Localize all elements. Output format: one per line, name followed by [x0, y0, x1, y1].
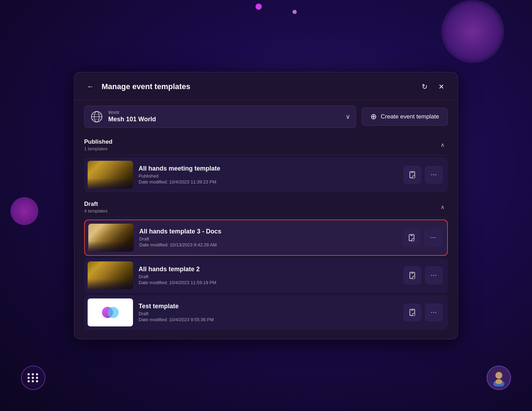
thumbnail-image-arch: [88, 224, 134, 252]
ellipsis-icon: ···: [431, 272, 437, 279]
refresh-icon: ↻: [422, 82, 428, 91]
template-thumbnail: [88, 224, 134, 252]
draft-section-header: Draft 4 templates ∧: [84, 196, 448, 217]
world-label: World: [108, 110, 341, 115]
chevron-down-icon: ∨: [346, 113, 350, 121]
draft-section-title: Draft: [84, 201, 108, 208]
template-date: Date modified: 10/4/2023 11:39:23 PM: [139, 179, 398, 185]
template-row[interactable]: All hands meeting template Published Dat…: [84, 157, 448, 192]
template-thumbnail: [88, 161, 133, 189]
toolbar-row: World Mesh 101 World ∨ ⊕ Create event te…: [74, 100, 458, 134]
template-info: Test template Draft Date modified: 10/4/…: [139, 303, 398, 322]
draft-collapse-button[interactable]: ∧: [437, 202, 448, 212]
template-status: Published: [139, 173, 398, 179]
template-info: All hands template 2 Draft Date modified…: [139, 266, 398, 285]
world-globe-icon: [90, 110, 103, 123]
world-selector-dropdown[interactable]: World Mesh 101 World ∨: [84, 106, 356, 128]
thumbnail-image-test: [88, 298, 133, 326]
template-name: All hands template 2: [139, 266, 398, 273]
world-name: Mesh 101 World: [108, 116, 341, 123]
publish-icon: [408, 309, 416, 316]
ellipsis-icon: ···: [431, 171, 437, 178]
template-actions: ···: [403, 303, 443, 322]
grid-icon: [28, 373, 39, 382]
publish-button[interactable]: [402, 229, 421, 247]
publish-icon: [408, 234, 415, 241]
template-date: Date modified: 10/4/2023 9:55:36 PM: [139, 317, 398, 322]
more-options-button[interactable]: ···: [424, 229, 442, 247]
template-actions: ···: [403, 166, 443, 184]
svg-point-0: [495, 372, 502, 379]
template-status: Draft: [139, 274, 398, 279]
publish-button[interactable]: [403, 166, 421, 184]
template-status: Draft: [139, 236, 397, 241]
bg-decoration-top-right: [441, 0, 504, 63]
manage-templates-dialog: ← Manage event templates ↻ ✕ World: [74, 72, 458, 339]
template-status: Draft: [139, 311, 398, 316]
template-date: Date modified: 10/4/2023 11:59:19 PM: [139, 280, 398, 285]
template-name: All hands meeting template: [139, 165, 398, 172]
published-section-count: 1 templates: [84, 146, 112, 151]
published-section-title: Published: [84, 138, 112, 145]
ellipsis-icon: ···: [431, 309, 437, 316]
published-section-header: Published 1 templates ∧: [84, 134, 448, 155]
template-row[interactable]: Test template Draft Date modified: 10/4/…: [84, 295, 448, 330]
plus-circle-icon: ⊕: [370, 112, 377, 121]
user-avatar-button[interactable]: [487, 366, 511, 390]
publish-icon: [408, 171, 416, 179]
template-info: All hands template 3 - Docs Draft Date m…: [139, 228, 397, 247]
create-event-template-button[interactable]: ⊕ Create event template: [362, 108, 448, 126]
svg-point-27: [108, 307, 119, 318]
back-button[interactable]: ←: [84, 80, 97, 93]
create-button-label: Create event template: [381, 113, 439, 120]
world-text-block: World Mesh 101 World: [108, 110, 341, 123]
publish-button[interactable]: [403, 266, 421, 284]
template-actions: ···: [403, 266, 443, 284]
draft-section-count: 4 templates: [84, 208, 108, 214]
template-name: All hands template 3 - Docs: [139, 228, 397, 235]
thumbnail-image-arch: [88, 261, 133, 289]
loops-logo: [100, 302, 121, 323]
template-actions: ···: [402, 229, 442, 247]
refresh-button[interactable]: ↻: [418, 80, 431, 93]
more-options-button[interactable]: ···: [425, 303, 443, 322]
close-button[interactable]: ✕: [435, 80, 448, 93]
dialog-title: Manage event templates: [102, 82, 418, 91]
more-options-button[interactable]: ···: [425, 166, 443, 184]
publish-button[interactable]: [403, 303, 421, 322]
thumbnail-image-arch: [88, 161, 133, 189]
avatar-icon: [490, 369, 508, 387]
template-thumbnail: [88, 298, 133, 326]
template-thumbnail: [88, 261, 133, 289]
template-date: Date modified: 10/13/2023 9:42:28 AM: [139, 242, 397, 247]
template-row[interactable]: All hands template 2 Draft Date modified…: [84, 258, 448, 293]
templates-list: Published 1 templates ∧ All hands meetin…: [74, 134, 458, 339]
template-info: All hands meeting template Published Dat…: [139, 165, 398, 185]
bg-decoration-dot-center: [256, 3, 262, 10]
ellipsis-icon: ···: [430, 234, 436, 241]
published-collapse-button[interactable]: ∧: [437, 139, 448, 150]
svg-point-2: [495, 379, 502, 384]
template-name: Test template: [139, 303, 398, 310]
bg-decoration-left: [10, 197, 38, 225]
back-arrow-icon: ←: [87, 82, 94, 91]
dialog-header: ← Manage event templates ↻ ✕: [74, 72, 458, 100]
bg-decoration-dot-small: [293, 10, 297, 14]
close-icon: ✕: [438, 82, 444, 91]
template-row[interactable]: All hands template 3 - Docs Draft Date m…: [84, 219, 448, 256]
more-options-button[interactable]: ···: [425, 266, 443, 284]
publish-icon: [408, 272, 416, 279]
apps-grid-button[interactable]: [21, 366, 45, 390]
